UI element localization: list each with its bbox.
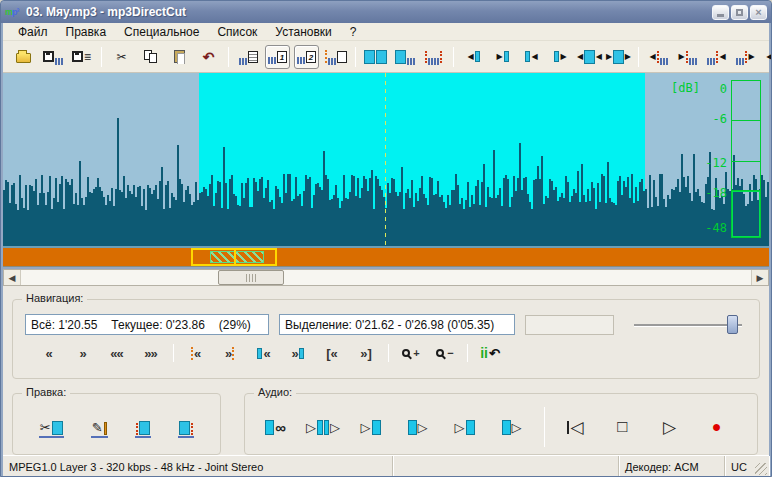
cut-button[interactable]: ✂ <box>109 45 134 69</box>
prev-mark-button[interactable]: ◀ <box>646 45 671 69</box>
sel-start-left-button[interactable]: ◀ <box>461 45 486 69</box>
sel-end-right-button[interactable]: ▶ <box>548 45 573 69</box>
step-back-button[interactable]: ◀ <box>704 45 729 69</box>
copy-button[interactable] <box>138 45 163 69</box>
goto-file-start-button[interactable]: [« <box>318 343 345 363</box>
horizontal-scrollbar[interactable]: ◀ ▶ <box>3 269 769 286</box>
resize-grip[interactable] <box>755 463 767 475</box>
scroll-right-button[interactable]: ▶ <box>751 270 768 285</box>
gain-button[interactable]: ✎ <box>91 416 108 438</box>
gain-bar-icon <box>104 422 107 435</box>
pause-detection-button[interactable]: ii↶ <box>476 343 503 363</box>
menu-file[interactable]: Файл <box>9 24 57 40</box>
minimize-button[interactable] <box>712 5 729 20</box>
stop-button[interactable]: □ <box>606 416 639 438</box>
back-fast-icon: «« <box>110 346 122 361</box>
step-back-small-button[interactable]: « <box>35 343 62 363</box>
save-list-button[interactable]: ≡ <box>69 45 94 69</box>
back-icon: « <box>45 346 51 361</box>
arrow-left-icon: ◀ <box>596 52 602 61</box>
open-folder-icon <box>16 53 31 63</box>
step-forward-large-button[interactable]: »» <box>137 343 164 363</box>
play-button[interactable]: ▷ <box>653 416 686 438</box>
forward-icon: » <box>225 346 231 361</box>
app-window: mp³ 03. Мяу.mp3 - mp3DirectCut × Файл Пр… <box>0 0 772 477</box>
menu-settings[interactable]: Установки <box>266 24 340 40</box>
part-2-button[interactable]: 2 <box>294 45 319 69</box>
titlebar[interactable]: mp³ 03. Мяу.mp3 - mp3DirectCut × <box>1 1 771 23</box>
position-overview-bar[interactable] <box>3 246 769 267</box>
selection-edge-icon <box>475 51 480 62</box>
skip-to-start-button[interactable]: ◁ <box>559 416 592 438</box>
scrollbar-thumb[interactable] <box>218 270 284 285</box>
menu-special[interactable]: Специальное <box>115 24 208 40</box>
forward-icon: » <box>360 346 366 361</box>
goto-file-end-button[interactable]: »] <box>352 343 379 363</box>
arrow-right-icon: ▶ <box>678 52 684 61</box>
record-button[interactable]: ● <box>700 416 733 438</box>
play-from-selection-end-button[interactable]: ▷ <box>495 416 528 438</box>
volume-slider[interactable] <box>632 315 744 335</box>
selection-full-button[interactable] <box>363 45 388 69</box>
goto-next-mark-button[interactable]: » <box>216 343 243 363</box>
cut-selection-button[interactable]: ✂ <box>39 416 64 438</box>
sel-expand-button[interactable]: ◀◀ <box>577 45 602 69</box>
waveform-display[interactable]: [dB] 0 -6 -12 -18 -48 <box>3 73 769 246</box>
forward-icon: » <box>79 346 85 361</box>
skip-back-icon: ◁ <box>570 417 583 438</box>
page-2-icon: 2 <box>306 51 316 63</box>
dotted-marker-icon <box>657 51 659 63</box>
file-info-button[interactable] <box>236 45 261 69</box>
part-1-button[interactable]: 1 <box>265 45 290 69</box>
zoom-out-button[interactable]: − <box>431 343 458 363</box>
plus-icon: + <box>413 347 418 359</box>
goto-selection-start-button[interactable]: « <box>250 343 277 363</box>
close-button[interactable]: × <box>750 5 767 20</box>
menu-edit[interactable]: Правка <box>57 24 116 40</box>
paste-button[interactable] <box>167 45 192 69</box>
trim-start-button[interactable] <box>135 416 151 438</box>
selection-block-icon <box>139 421 150 435</box>
next-mark-button[interactable]: ▶ <box>675 45 700 69</box>
loop-selection-button[interactable]: ∞ <box>259 416 292 438</box>
play-to-selection-start-button[interactable]: ▷ <box>354 416 387 438</box>
zoom-in-button[interactable]: + <box>397 343 424 363</box>
part-timer-button[interactable] <box>323 45 348 69</box>
page-icon <box>248 51 258 63</box>
toolbar-separator <box>355 47 356 67</box>
percent-label: (29%) <box>219 318 251 332</box>
slider-thumb[interactable] <box>727 315 738 334</box>
restore-button[interactable] <box>731 5 748 20</box>
selection-view-button[interactable] <box>392 45 417 69</box>
play-around-cut-button[interactable]: ▷▷ <box>306 416 340 438</box>
selection-edge-icon <box>504 51 509 62</box>
arrow-right-icon: ▶ <box>496 52 502 61</box>
open-file-button[interactable] <box>11 45 36 69</box>
step-forward-button[interactable]: ▶ <box>733 45 758 69</box>
dotted-marker-icon <box>745 51 747 63</box>
sel-start-right-button[interactable]: ▶ <box>490 45 515 69</box>
menu-list[interactable]: Список <box>208 24 266 40</box>
scroll-left-button[interactable]: ◀ <box>4 270 21 285</box>
menu-help[interactable]: ? <box>341 24 366 40</box>
back-icon: « <box>194 346 200 361</box>
step-back-large-button[interactable]: «« <box>103 343 130 363</box>
selection-block-icon <box>502 420 511 435</box>
statusbar: MPEG1.0 Layer 3 - 320 kbps - 48 kHz - Jo… <box>3 455 769 477</box>
goto-prev-mark-button[interactable]: « <box>182 343 209 363</box>
list-lines-icon: ≡ <box>84 50 91 64</box>
sel-shrink-button[interactable]: ▶▶ <box>606 45 631 69</box>
slider-track[interactable] <box>634 324 742 326</box>
jump-marks-button[interactable]: ◀▶ <box>762 45 772 69</box>
arrow-left-icon: ◀ <box>649 52 655 61</box>
waveform-icon <box>55 58 63 65</box>
play-to-selection-end-button[interactable]: ▷ <box>448 416 481 438</box>
goto-selection-end-button[interactable]: » <box>284 343 311 363</box>
sel-end-left-button[interactable]: ◀ <box>519 45 544 69</box>
play-from-selection-start-button[interactable]: ▷ <box>401 416 434 438</box>
save-audio-button[interactable] <box>40 45 65 69</box>
trim-end-button[interactable] <box>178 416 194 438</box>
undo-button[interactable]: ↶ <box>196 45 221 69</box>
selection-none-button[interactable] <box>421 45 446 69</box>
step-forward-small-button[interactable]: » <box>69 343 96 363</box>
